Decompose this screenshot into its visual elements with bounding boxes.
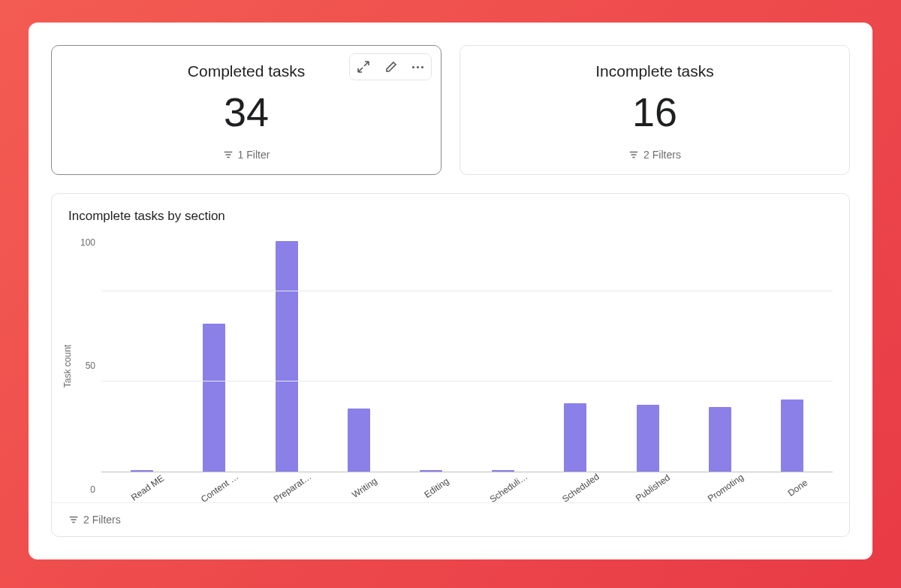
card-title: Completed tasks [188, 62, 305, 80]
x-axis-labels: Read MEContent …Preparat…WritingEditingS… [101, 472, 833, 495]
expand-icon [357, 61, 369, 73]
card-action-bar [349, 53, 432, 80]
expand-button[interactable] [350, 54, 377, 80]
bar[interactable] [564, 403, 586, 472]
card-value: 34 [224, 88, 269, 137]
bar[interactable] [637, 405, 659, 472]
filter-label: 2 Filters [83, 514, 121, 526]
bar-slot [106, 237, 178, 472]
card-value: 16 [632, 88, 677, 137]
chart-body: Task count 100 50 0 Read MEContent …Prep… [52, 230, 849, 502]
bar-slot [684, 237, 756, 472]
more-button[interactable] [404, 54, 431, 80]
y-tick: 100 [80, 237, 95, 248]
pencil-icon [385, 61, 397, 73]
plot-wrap: Read MEContent …Preparat…WritingEditingS… [101, 237, 833, 495]
filter-label: 2 Filters [643, 149, 681, 161]
y-tick: 50 [86, 360, 95, 371]
filter-icon [68, 514, 79, 525]
summary-row: Completed tasks 34 1 Filter Incomplete t… [51, 45, 850, 175]
bars-container [101, 237, 833, 472]
bar[interactable] [203, 324, 225, 472]
more-icon [412, 66, 423, 68]
gridline [101, 381, 833, 381]
bar-slot [467, 237, 539, 472]
bar-chart-plot [101, 237, 833, 472]
bar-slot [756, 237, 828, 472]
chart-card: Incomplete tasks by section Task count 1… [51, 193, 850, 537]
filter-indicator[interactable]: 1 Filter [223, 149, 270, 161]
y-axis-ticks: 100 50 0 [76, 237, 101, 495]
gridline [101, 291, 833, 291]
bar[interactable] [348, 409, 370, 472]
bar-slot [250, 237, 322, 472]
filter-label: 1 Filter [238, 149, 270, 161]
bar[interactable] [492, 470, 514, 472]
chart-title: Incomplete tasks by section [52, 194, 849, 230]
bar-slot [323, 237, 395, 472]
bar-slot [178, 237, 250, 472]
bar-slot [539, 237, 611, 472]
incomplete-tasks-card[interactable]: Incomplete tasks 16 2 Filters [460, 45, 850, 175]
bar[interactable] [420, 470, 442, 472]
completed-tasks-card[interactable]: Completed tasks 34 1 Filter [51, 45, 441, 175]
bar[interactable] [131, 470, 153, 472]
filter-icon [223, 149, 234, 160]
card-title: Incomplete tasks [595, 62, 714, 80]
bar[interactable] [781, 400, 803, 472]
edit-button[interactable] [377, 54, 404, 80]
bar-slot [395, 237, 467, 472]
chart-filter-indicator[interactable]: 2 Filters [52, 502, 849, 536]
y-axis-label: Task count [59, 237, 76, 495]
bar-slot [611, 237, 683, 472]
bar[interactable] [709, 407, 731, 472]
y-tick: 0 [90, 484, 95, 495]
bar[interactable] [276, 241, 298, 472]
filter-indicator[interactable]: 2 Filters [628, 149, 681, 161]
filter-icon [628, 149, 639, 160]
dashboard-panel: Completed tasks 34 1 Filter Incomplete t… [29, 23, 872, 559]
